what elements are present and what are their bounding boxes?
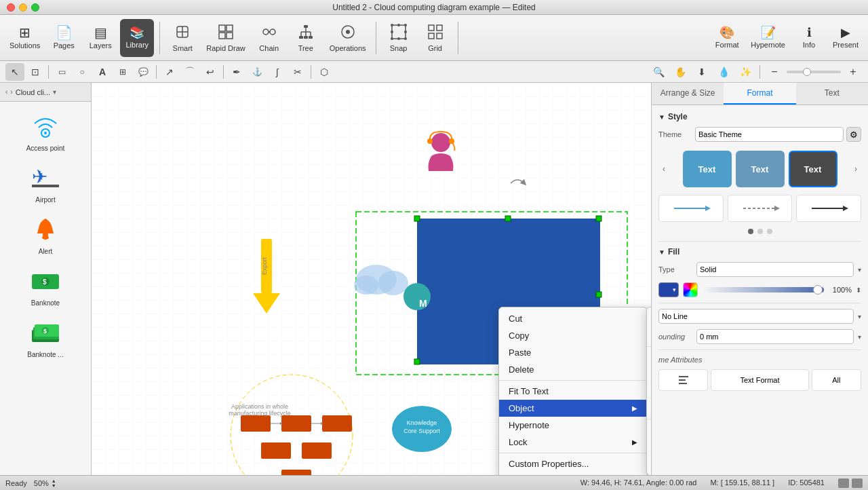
export-tool[interactable]: ⬇ bbox=[692, 63, 711, 81]
style-section-header[interactable]: ▼ Style bbox=[658, 112, 861, 121]
menu-lock[interactable]: Lock ▶ bbox=[499, 434, 647, 451]
submenu-rotate-left[interactable]: Rotate Left (90°) ⌘L bbox=[647, 349, 651, 366]
color-picker-button[interactable] bbox=[683, 282, 698, 297]
operations-button[interactable]: Operations bbox=[326, 19, 370, 57]
connector-solid-dark[interactable] bbox=[796, 195, 861, 222]
menu-fit-to-text[interactable]: Fit To Text bbox=[499, 383, 647, 400]
menu-paste[interactable]: Paste bbox=[499, 344, 647, 361]
snap-button[interactable]: Snap bbox=[382, 19, 416, 57]
grid-button[interactable]: Grid bbox=[418, 19, 452, 57]
sidebar-item-banknote2[interactable]: $ Banknote ... bbox=[3, 314, 88, 362]
sidebar-item-airport[interactable]: ✈ Airport bbox=[3, 159, 88, 208]
submenu-ungroup[interactable]: Ungroup bbox=[647, 455, 651, 472]
zoom-slider[interactable] bbox=[787, 71, 841, 73]
close-button[interactable] bbox=[7, 3, 15, 12]
info-button[interactable]: ℹ Info bbox=[792, 19, 826, 57]
bezier-tool[interactable]: ∫ bbox=[268, 63, 287, 81]
swatch-2[interactable]: Text bbox=[736, 151, 785, 187]
swatch-dot-3[interactable] bbox=[767, 229, 772, 234]
menu-cut[interactable]: Cut bbox=[499, 310, 647, 327]
swatch-dot-2[interactable] bbox=[757, 229, 763, 234]
library-button[interactable]: 📚 Library bbox=[120, 19, 154, 57]
tree-button[interactable]: Tree bbox=[289, 19, 323, 57]
tab-format[interactable]: Format bbox=[724, 83, 795, 105]
table-tool[interactable]: ⊞ bbox=[113, 63, 132, 81]
connector-dashed[interactable] bbox=[728, 195, 793, 222]
chain-button[interactable]: Chain bbox=[252, 19, 286, 57]
menu-hypernote[interactable]: Hypernote bbox=[499, 417, 647, 434]
fill-section-header[interactable]: ▼ Fill bbox=[658, 247, 861, 257]
solutions-button[interactable]: ⊞ Solutions bbox=[5, 19, 44, 57]
menu-object[interactable]: Object ▶ bbox=[499, 400, 647, 417]
menu-power-edit[interactable]: Power Edit F6 bbox=[499, 472, 647, 475]
theme-attr-all-button[interactable]: All bbox=[812, 369, 861, 391]
theme-attr-order-button[interactable] bbox=[658, 369, 708, 391]
rounding-select[interactable]: 0 mm bbox=[696, 329, 854, 344]
scissors-tool[interactable]: ✂ bbox=[288, 63, 307, 81]
arc-tool[interactable]: ⌒ bbox=[180, 63, 199, 81]
swatches-prev-button[interactable]: ‹ bbox=[658, 149, 669, 189]
opacity-stepper-icon[interactable]: ⬍ bbox=[856, 286, 861, 294]
eyedropper-tool[interactable]: 💧 bbox=[714, 63, 733, 81]
menu-copy[interactable]: Copy bbox=[499, 327, 647, 344]
submenu-flip-vertical[interactable]: Flip Vertical ⌥⌘J bbox=[647, 400, 651, 417]
submenu-bring-to-front[interactable]: Bring To Front ⌥⌘F bbox=[647, 327, 651, 344]
pen-tool[interactable]: ✒ bbox=[227, 63, 246, 81]
zoom-in-button[interactable]: + bbox=[844, 63, 863, 81]
theme-settings-button[interactable]: ⚙ bbox=[846, 127, 861, 142]
fill-type-select[interactable]: Solid bbox=[696, 262, 854, 277]
sidebar-item-banknote[interactable]: $ Banknote bbox=[3, 262, 88, 311]
canvas-area[interactable]: Export bbox=[92, 83, 651, 475]
text-tool[interactable]: A bbox=[93, 63, 112, 81]
sidebar-item-access-point[interactable]: Access point bbox=[3, 107, 88, 156]
select-tool[interactable]: ↖ bbox=[5, 63, 24, 81]
swatch-3[interactable]: Text bbox=[789, 151, 837, 187]
status-grid-icon[interactable] bbox=[838, 478, 849, 488]
submenu-send-to-back[interactable]: Send To Back ⌥⌘B bbox=[647, 310, 651, 327]
ellipse-tool[interactable]: ○ bbox=[73, 63, 92, 81]
breadcrumb-left[interactable]: ‹ bbox=[5, 88, 7, 96]
layers-button[interactable]: ▤ Layers bbox=[83, 19, 117, 57]
submenu-group[interactable]: Group ⌘G bbox=[647, 438, 651, 455]
pages-button[interactable]: 📄 Pages bbox=[47, 19, 81, 57]
transform-tool[interactable]: ⊡ bbox=[26, 63, 45, 81]
search-tool[interactable]: 🔍 bbox=[649, 63, 668, 81]
status-snap-icon[interactable] bbox=[852, 478, 863, 488]
present-button[interactable]: ▶ Present bbox=[829, 19, 863, 57]
pan-tool[interactable]: ✋ bbox=[671, 63, 690, 81]
tab-arrange-size[interactable]: Arrange & Size bbox=[652, 83, 724, 105]
magic-tool[interactable]: ✨ bbox=[736, 63, 755, 81]
smart-button[interactable]: Smart bbox=[165, 19, 199, 57]
submenu-rotate-right[interactable]: Rotate Right (90°) ⌘R bbox=[647, 366, 651, 383]
anchor-tool[interactable]: ⚓ bbox=[248, 63, 267, 81]
line-type-select[interactable]: No Line bbox=[658, 309, 854, 324]
tab-text[interactable]: Text bbox=[796, 83, 868, 105]
connector-solid-blue[interactable] bbox=[658, 195, 724, 222]
theme-attr-text-format-button[interactable]: Text Format bbox=[711, 369, 809, 391]
swatches-next-button[interactable]: › bbox=[850, 149, 861, 189]
rapid-draw-button[interactable]: Rapid Draw bbox=[202, 19, 249, 57]
note-tool[interactable]: 💬 bbox=[134, 63, 153, 81]
sidebar-item-alert[interactable]: Alert bbox=[3, 210, 88, 259]
zoom-out-button[interactable]: − bbox=[765, 63, 784, 81]
swatch-1[interactable]: Text bbox=[683, 151, 732, 187]
format-button[interactable]: 🎨 Format bbox=[710, 19, 744, 57]
opacity-slider[interactable] bbox=[702, 287, 824, 293]
swatch-dot-1[interactable] bbox=[748, 229, 753, 234]
breadcrumb-right[interactable]: › bbox=[10, 88, 12, 96]
submenu-edit-text[interactable]: Edit Text F5 bbox=[647, 421, 651, 438]
theme-select[interactable]: Basic Theme bbox=[695, 127, 844, 142]
zoom-stepper-control[interactable]: ▲ ▼ bbox=[52, 478, 56, 488]
hypernote-button[interactable]: 📝 Hypernote bbox=[747, 19, 789, 57]
submenu-flip-horizontal[interactable]: Flip Horizontal bbox=[647, 383, 651, 400]
maximize-button[interactable] bbox=[31, 3, 39, 12]
fill-color-button[interactable]: ▾ bbox=[658, 282, 679, 297]
breadcrumb-dropdown[interactable]: ▾ bbox=[53, 88, 56, 96]
shape-tool[interactable]: ⬡ bbox=[315, 63, 334, 81]
minimize-button[interactable] bbox=[19, 3, 27, 12]
menu-delete[interactable]: Delete bbox=[499, 361, 647, 378]
line-tool[interactable]: ↗ bbox=[160, 63, 179, 81]
menu-custom-props[interactable]: Custom Properties... bbox=[499, 455, 647, 472]
rect-tool[interactable]: ▭ bbox=[52, 63, 71, 81]
curve-tool[interactable]: ↩ bbox=[201, 63, 220, 81]
